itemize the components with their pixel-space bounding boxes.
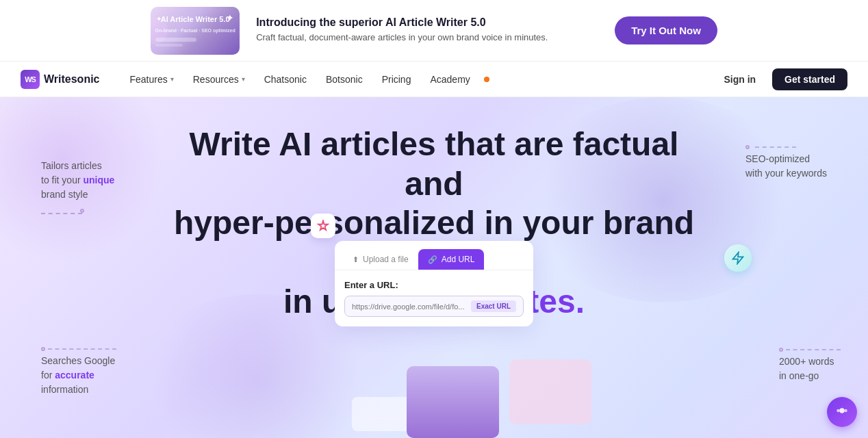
words-connector	[779, 348, 841, 352]
nav-item-chatsonic[interactable]: Chatsonic	[256, 70, 315, 89]
banner-image-label: AI Article Writer 5.0 On-brand · Factual…	[155, 14, 235, 46]
search-connector	[41, 347, 116, 351]
logo-icon: WS	[21, 70, 40, 89]
notification-dot	[484, 77, 489, 82]
search-dot	[41, 347, 45, 351]
floating-teal-icon	[724, 244, 752, 272]
nav-item-academy[interactable]: Academy	[422, 70, 478, 89]
sign-in-button[interactable]: Sign in	[715, 70, 764, 89]
logo-letters: WS	[25, 75, 36, 83]
nav-pricing-label: Pricing	[382, 74, 411, 85]
try-it-out-button[interactable]: Try It Out Now	[615, 16, 717, 44]
logo-text: Writesonic	[44, 73, 100, 86]
banner-text-area: Introducing the superior AI Article Writ…	[256, 16, 598, 44]
nav-actions: Sign in Get started	[715, 68, 847, 90]
svg-point-2	[837, 409, 840, 412]
svg-point-1	[839, 408, 844, 413]
exact-url-button[interactable]: Exact URL	[471, 300, 516, 312]
chat-widget[interactable]	[827, 397, 857, 427]
search-line	[48, 348, 116, 350]
url-label: Enter a URL:	[344, 280, 524, 290]
feature-search: Searches Google for accurate information	[41, 347, 116, 397]
tab-url[interactable]: 🔗 Add URL	[418, 249, 485, 270]
tab-upload[interactable]: ⬆ Upload a file	[343, 249, 418, 270]
nav-item-resources[interactable]: Resources ▾	[185, 70, 253, 89]
url-input-row[interactable]: Exact URL	[344, 296, 524, 317]
nav-features-label: Features	[130, 74, 168, 85]
sparkle-svg	[317, 220, 329, 232]
nav-chatsonic-label: Chatsonic	[264, 74, 307, 85]
feature-words: 2000+ words in one-go	[779, 348, 841, 383]
feature-words-label: 2000+ words in one-go	[779, 355, 841, 383]
logo-link[interactable]: WS Writesonic	[21, 70, 100, 89]
banner-image: ✦ ✦ AI Article Writer 5.0 On-brand · Fac…	[151, 7, 240, 55]
card-body: Enter a URL: Exact URL	[335, 270, 533, 326]
upload-icon: ⬆	[353, 255, 359, 264]
bottom-card-center	[407, 366, 499, 438]
svg-marker-0	[733, 253, 743, 264]
feature-search-label: Searches Google for accurate information	[41, 354, 116, 397]
link-icon: 🔗	[428, 255, 437, 264]
nav-item-pricing[interactable]: Pricing	[374, 70, 420, 89]
nav-links: Features ▾ Resources ▾ Chatsonic Botsoni…	[122, 70, 716, 89]
get-started-button[interactable]: Get started	[772, 68, 847, 90]
navbar: WS Writesonic Features ▾ Resources ▾ Cha…	[0, 62, 868, 97]
url-input-card: ⬆ Upload a file 🔗 Add URL Enter a URL: E…	[335, 241, 533, 326]
nav-item-botsonic[interactable]: Botsonic	[318, 70, 371, 89]
lightning-svg	[731, 251, 745, 265]
url-input-field[interactable]	[352, 302, 467, 311]
card-tabs: ⬆ Upload a file 🔗 Add URL	[335, 241, 533, 270]
hero-title-line1: Write AI articles that are factual and	[190, 126, 679, 202]
nav-botsonic-label: Botsonic	[326, 74, 363, 85]
banner-description: Craft factual, document-aware articles i…	[256, 31, 598, 44]
bottom-card-right	[509, 359, 591, 424]
banner-headline: Introducing the superior AI Article Writ…	[256, 16, 598, 29]
nav-academy-label: Academy	[430, 74, 470, 85]
svg-point-3	[844, 409, 847, 412]
floating-sparkle-icon	[311, 214, 335, 238]
chevron-down-icon: ▾	[242, 75, 245, 83]
hero-section: Write AI articles that are factual and h…	[0, 97, 868, 438]
words-line	[786, 349, 841, 350]
chat-icon	[834, 403, 850, 422]
nav-resources-label: Resources	[193, 74, 239, 85]
chevron-down-icon: ▾	[170, 75, 174, 83]
banner: ✦ ✦ AI Article Writer 5.0 On-brand · Fac…	[0, 0, 868, 62]
nav-item-features[interactable]: Features ▾	[122, 70, 182, 89]
chat-svg	[834, 403, 850, 418]
words-dot	[779, 348, 783, 352]
